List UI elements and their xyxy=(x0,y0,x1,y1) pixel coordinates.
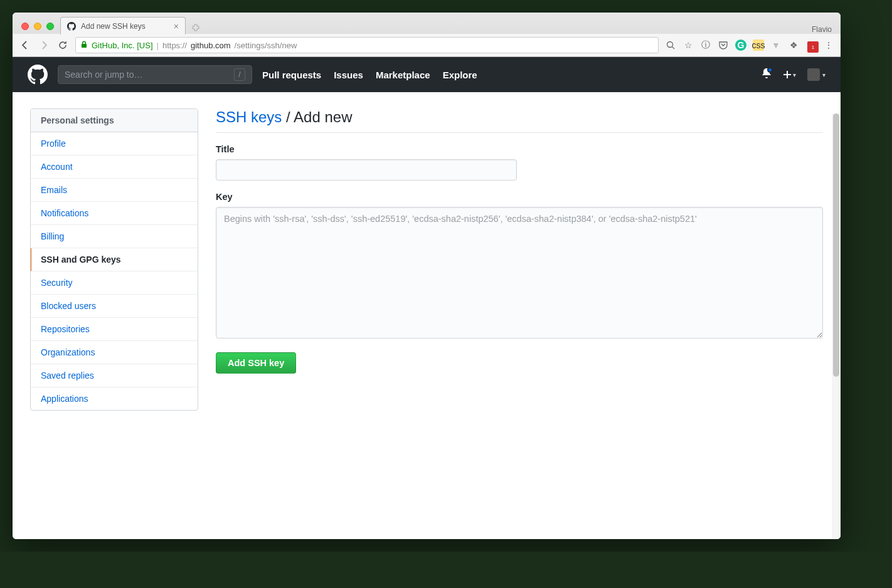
sidebar-item-security[interactable]: Security xyxy=(31,271,198,295)
settings-sidebar: Personal settings Profile Account Emails… xyxy=(30,108,198,523)
tab-title: Add new SSH keys xyxy=(81,22,146,31)
css-extension-icon[interactable]: css xyxy=(753,39,764,51)
site-header: Search or jump to… / Pull requests Issue… xyxy=(13,57,841,92)
sidebar-item-account[interactable]: Account xyxy=(31,155,198,179)
chevron-down-icon: ▾ xyxy=(793,71,796,78)
header-right: ▾ ▾ xyxy=(762,68,826,81)
add-ssh-key-button[interactable]: Add SSH key xyxy=(216,352,296,374)
url-path: /settings/ssh/new xyxy=(235,41,297,50)
slash-key-icon: / xyxy=(234,68,245,81)
page-viewport: Search or jump to… / Pull requests Issue… xyxy=(13,57,841,539)
info-icon[interactable]: ⓘ xyxy=(700,39,711,51)
github-logo-icon[interactable] xyxy=(28,65,48,85)
create-new-dropdown[interactable]: ▾ xyxy=(783,70,796,79)
address-bar: GitHub, Inc. [US] | https://github.com/s… xyxy=(13,34,841,56)
close-tab-icon[interactable]: × xyxy=(174,22,179,31)
back-button[interactable] xyxy=(19,39,31,51)
key-textarea[interactable] xyxy=(216,207,823,339)
nav-marketplace[interactable]: Marketplace xyxy=(376,70,430,80)
menu-heading: Personal settings xyxy=(31,109,198,132)
url-host: github.com xyxy=(191,41,231,50)
title-label: Title xyxy=(216,144,823,154)
sidebar-item-blocked-users[interactable]: Blocked users xyxy=(31,295,198,318)
title-input[interactable] xyxy=(216,159,517,181)
sidebar-item-billing[interactable]: Billing xyxy=(31,225,198,248)
maximize-window-button[interactable] xyxy=(46,23,54,30)
page-content: Personal settings Profile Account Emails… xyxy=(13,92,841,539)
scrollbar-thumb[interactable] xyxy=(833,113,839,377)
notifications-icon[interactable] xyxy=(762,68,772,81)
sidebar-item-profile[interactable]: Profile xyxy=(31,132,198,155)
sidebar-item-saved-replies[interactable]: Saved replies xyxy=(31,364,198,387)
browser-chrome: Add new SSH keys × Flavio GitHub xyxy=(13,13,841,57)
notification-dot xyxy=(767,67,773,73)
zoom-icon[interactable] xyxy=(665,39,676,51)
lock-icon xyxy=(81,41,88,50)
browser-tab[interactable]: Add new SSH keys × xyxy=(60,17,186,34)
settings-menu: Personal settings Profile Account Emails… xyxy=(30,108,198,411)
url-separator: | xyxy=(157,41,159,50)
sidebar-item-ssh-gpg-keys[interactable]: SSH and GPG keys xyxy=(30,248,198,271)
scrollbar[interactable] xyxy=(832,113,841,539)
forward-button[interactable] xyxy=(38,39,50,51)
title-field-group: Title xyxy=(216,144,823,181)
avatar xyxy=(807,68,820,81)
minimize-window-button[interactable] xyxy=(34,23,41,30)
github-favicon-icon xyxy=(67,22,76,31)
search-placeholder: Search or jump to… xyxy=(65,70,143,80)
user-menu[interactable]: ▾ xyxy=(807,68,826,81)
menu-icon[interactable]: ⋮ xyxy=(823,39,834,51)
tab-bar: Add new SSH keys × Flavio xyxy=(13,13,841,34)
sidebar-item-notifications[interactable]: Notifications xyxy=(31,202,198,225)
key-field-group: Key xyxy=(216,192,823,341)
url-scheme: https:// xyxy=(162,41,187,50)
window-controls xyxy=(19,16,60,34)
close-window-button[interactable] xyxy=(21,23,29,30)
key-label: Key xyxy=(216,192,823,202)
url-input[interactable]: GitHub, Inc. [US] | https://github.com/s… xyxy=(75,37,659,53)
breadcrumb-current: Add new xyxy=(294,108,352,125)
nav-pull-requests[interactable]: Pull requests xyxy=(262,70,321,80)
browser-window: Add new SSH keys × Flavio GitHub xyxy=(13,13,841,539)
ev-cert-label: GitHub, Inc. [US] xyxy=(92,41,153,50)
vue-extension-icon[interactable]: ▼ xyxy=(770,39,782,51)
sidebar-item-organizations[interactable]: Organizations xyxy=(31,341,198,364)
main-content: SSH keys / Add new Title Key Add SSH key xyxy=(216,108,823,523)
browser-profile-name[interactable]: Flavio xyxy=(812,20,841,34)
site-search-input[interactable]: Search or jump to… / xyxy=(58,65,252,84)
breadcrumb-separator: / xyxy=(282,108,294,125)
sidebar-item-repositories[interactable]: Repositories xyxy=(31,318,198,341)
extension-icon[interactable]: ❖ xyxy=(788,39,799,51)
sidebar-item-applications[interactable]: Applications xyxy=(31,387,198,410)
reload-button[interactable] xyxy=(56,39,69,51)
primary-nav: Pull requests Issues Marketplace Explore xyxy=(262,70,477,80)
svg-point-0 xyxy=(667,41,672,47)
svg-line-1 xyxy=(672,46,674,49)
nav-issues[interactable]: Issues xyxy=(334,70,363,80)
sidebar-item-emails[interactable]: Emails xyxy=(31,179,198,202)
new-tab-button[interactable] xyxy=(188,21,203,34)
nav-explore[interactable]: Explore xyxy=(443,70,477,80)
chevron-down-icon: ▾ xyxy=(822,71,826,78)
breadcrumb-link[interactable]: SSH keys xyxy=(216,108,282,125)
page-title: SSH keys / Add new xyxy=(216,108,823,133)
extension-badge-icon[interactable]: ▦1 xyxy=(805,39,817,51)
pocket-icon[interactable] xyxy=(718,39,729,51)
extension-icons: ☆ ⓘ G css ▼ ❖ ▦1 ⋮ xyxy=(665,39,834,51)
grammarly-icon[interactable]: G xyxy=(735,39,746,51)
star-icon[interactable]: ☆ xyxy=(682,39,694,51)
